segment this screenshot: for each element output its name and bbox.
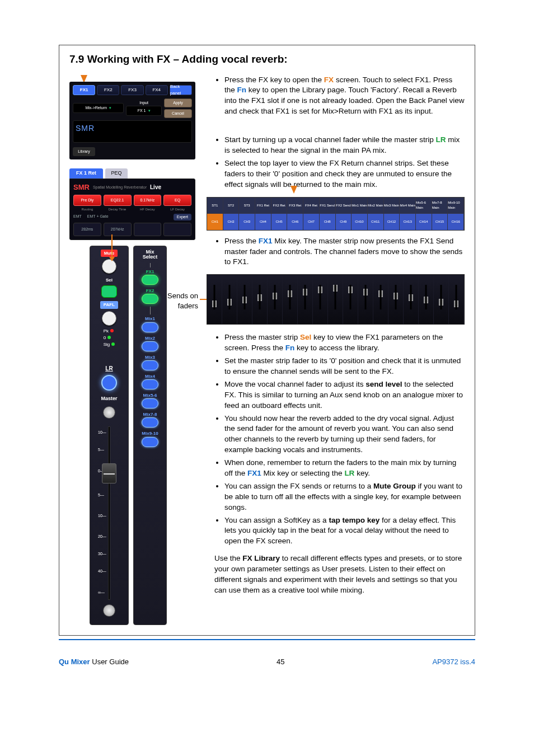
bank-channel[interactable]: [237, 275, 252, 324]
layer-cell[interactable]: FX4 Ret: [303, 198, 320, 214]
mix910-button[interactable]: [142, 437, 158, 447]
mix-select-title: Mix Select: [143, 250, 158, 260]
layer-cell[interactable]: CH9: [336, 214, 352, 230]
layer-cell[interactable]: ST3: [239, 198, 255, 214]
bottom-knob[interactable]: [103, 604, 115, 617]
eq-button[interactable]: EQ22.1: [104, 195, 132, 206]
bank-channel[interactable]: [298, 275, 313, 324]
mute-button[interactable]: [102, 259, 116, 274]
layer-cell[interactable]: Mix7-8 Main: [432, 198, 448, 214]
peq-tab[interactable]: PEQ: [105, 168, 128, 179]
bank-channel[interactable]: [343, 275, 358, 324]
mix1-button[interactable]: [142, 322, 158, 332]
tab-fx1[interactable]: FX1: [73, 85, 95, 95]
fx-back-panel-screenshot: FX1 FX2 FX3 FX4 Back panel Mix->Return▾ …: [69, 82, 195, 159]
freq-button[interactable]: 0.17kHz: [134, 195, 162, 206]
sel-label: Sel: [106, 277, 113, 283]
master-fader[interactable]: 10— 5— 0— 5— 10— 20— 30— 40— ∞—: [99, 426, 119, 600]
mix3-button[interactable]: [142, 360, 158, 370]
layer-cell[interactable]: CH2: [223, 214, 240, 230]
layer-cell[interactable]: CH7: [303, 214, 320, 230]
master-channel-strip: Mute Sel PAFL Pk 0 Sig LR: [90, 246, 129, 625]
fx2-mix-button[interactable]: [142, 294, 158, 304]
layer-cell[interactable]: Mix3 Main: [384, 198, 400, 214]
fx1-ret-tab[interactable]: FX 1 Ret: [69, 168, 103, 179]
layer-cell[interactable]: ST1: [207, 198, 223, 214]
layer-cell[interactable]: Mix4 Main: [400, 198, 416, 214]
eq2-button[interactable]: EQ: [163, 195, 191, 206]
cancel-button[interactable]: Cancel: [164, 109, 192, 118]
layer-cell[interactable]: CH3: [239, 214, 255, 230]
layer-cell[interactable]: Mix1 Main: [352, 198, 368, 214]
bank-channel[interactable]: [252, 275, 268, 324]
arrow-down-icon: [291, 186, 297, 194]
layer-cell[interactable]: Mix9-10 Main: [448, 198, 464, 214]
sel-button[interactable]: [101, 285, 117, 298]
mix-return-select[interactable]: Mix->Return▾: [73, 103, 124, 113]
tab-fx3[interactable]: FX3: [121, 85, 143, 95]
tab-fx2[interactable]: FX2: [97, 85, 119, 95]
mix56-button[interactable]: [142, 398, 158, 408]
param3-button[interactable]: [134, 223, 162, 236]
bullet-block-3: Press the FX1 Mix key. The master strip …: [207, 236, 465, 268]
layer-cell[interactable]: CH5: [271, 214, 288, 230]
page-footer: Qu Mixer User Guide 45 AP9372 iss.4: [59, 657, 475, 667]
layer-cell[interactable]: CH10: [352, 214, 368, 230]
master-knob[interactable]: [103, 406, 115, 419]
mix2-button[interactable]: [142, 341, 158, 351]
bank-channel[interactable]: [404, 275, 419, 324]
layer-cell[interactable]: CH6: [287, 214, 303, 230]
tab-fx4[interactable]: FX4: [146, 85, 168, 95]
input-fx1-select[interactable]: FX 1▾: [126, 106, 162, 116]
layer-cell[interactable]: FX1 Ret: [255, 198, 271, 214]
fader-bank-screenshot: [207, 274, 465, 325]
bank-channel[interactable]: [434, 275, 449, 324]
layer-cell[interactable]: FX3 Ret: [287, 198, 303, 214]
dec2-button[interactable]: 207kHz: [104, 223, 132, 236]
layer-cell[interactable]: CH15: [432, 214, 448, 230]
pafl-button[interactable]: [102, 311, 116, 326]
layer-cell[interactable]: CH4: [255, 214, 271, 230]
smr-logo: SMR: [76, 123, 95, 134]
bank-channel[interactable]: [328, 275, 343, 324]
layer-cell[interactable]: CH16: [448, 214, 464, 230]
layer-cell[interactable]: FX2 Ret: [271, 198, 288, 214]
lr-mix-button[interactable]: [101, 375, 117, 391]
param4-button[interactable]: [163, 223, 191, 236]
predelay-button[interactable]: Pre Dly: [73, 195, 101, 206]
layer-cell[interactable]: Mix2 Main: [368, 198, 384, 214]
layer-cell[interactable]: Mix5-6 Main: [416, 198, 432, 214]
bank-channel[interactable]: [373, 275, 388, 324]
bullet-item: Move the vocal channel fader to adjust i…: [224, 379, 465, 411]
bank-channel[interactable]: [419, 275, 434, 324]
layer-cell[interactable]: CH8: [320, 214, 336, 230]
layer-cell[interactable]: CH14: [416, 214, 432, 230]
layer-cell[interactable]: CH1: [207, 214, 223, 230]
bank-channel[interactable]: [207, 275, 222, 324]
layer-cell[interactable]: FX2 Send: [336, 198, 352, 214]
mute-label: Mute: [101, 250, 118, 257]
bank-channel[interactable]: [358, 275, 373, 324]
layer-cell[interactable]: CH12: [384, 214, 400, 230]
bank-channel[interactable]: [449, 275, 464, 324]
orange-callout-line: [111, 234, 113, 257]
layer-cell[interactable]: ST2: [223, 198, 240, 214]
apply-button[interactable]: Apply: [164, 98, 192, 107]
dec1-button[interactable]: 282ms: [73, 223, 101, 236]
layer-cell[interactable]: FX1 Send: [320, 198, 336, 214]
bank-channel[interactable]: [222, 275, 237, 324]
library-button[interactable]: Library: [73, 147, 95, 156]
mix78-button[interactable]: [142, 417, 158, 428]
fx1-mix-button[interactable]: [142, 275, 158, 285]
mix4-button[interactable]: [142, 379, 158, 389]
layer-cell[interactable]: CH13: [400, 214, 416, 230]
bank-channel[interactable]: [283, 275, 298, 324]
tab-back-panel[interactable]: Back panel: [170, 85, 192, 95]
expert-button[interactable]: Expert: [174, 214, 191, 220]
bank-channel[interactable]: [388, 275, 404, 324]
bank-channel[interactable]: [268, 275, 283, 324]
fader-knob[interactable]: [102, 463, 116, 483]
bank-channel[interactable]: [313, 275, 328, 324]
layer-cell[interactable]: CH11: [368, 214, 384, 230]
bullet-item: You should now hear the reverb added to …: [224, 414, 465, 456]
